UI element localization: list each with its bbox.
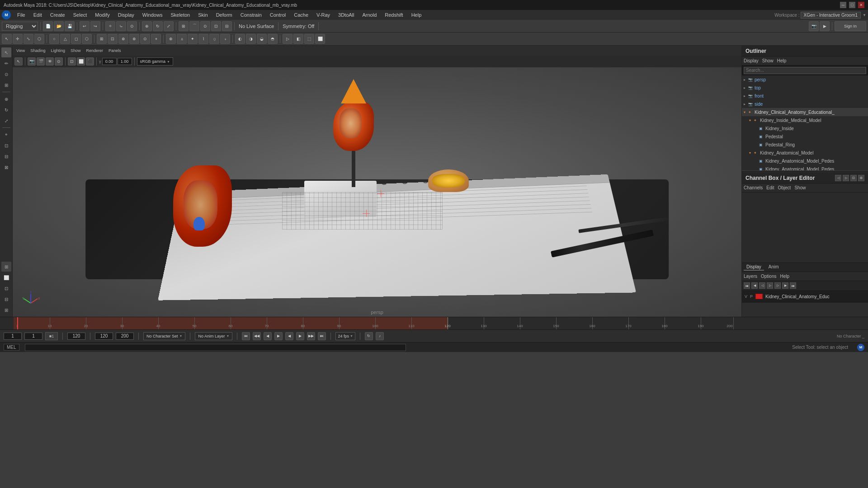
menu-3dtoall[interactable]: 3DtoAll [335,11,358,19]
rig5-button[interactable]: ⍜ [209,34,219,44]
play-forward-btn[interactable]: ▶ [274,332,283,340]
viewport-view-menu[interactable]: View [14,48,27,53]
layout-button[interactable]: ⊞ [1,80,11,90]
anim4-button[interactable]: ◓ [268,34,278,44]
3d-viewport[interactable]: persp X Y Z [13,67,741,317]
outliner-show-menu[interactable]: Show [762,58,774,63]
outliner-pedestal[interactable]: ▣ Pedestal [742,132,868,141]
render3-button[interactable]: ⬚ [304,34,314,44]
outliner-pedestal-ring[interactable]: ▣ Pedestal_Ring [742,141,868,149]
menu-edit[interactable]: Edit [30,11,46,19]
timeline[interactable]: 1 10 20 30 40 50 60 70 80 90 100 110 120… [0,317,868,329]
rotate-tool-button[interactable]: ↻ [153,21,163,31]
paint-select-button[interactable]: ⊙ [127,21,137,31]
transform-button[interactable]: ✛ [13,34,23,44]
panel-layout2-button[interactable]: ⊞ [1,305,11,315]
rig4-button[interactable]: ⌇ [198,34,208,44]
end-frame-input[interactable] [95,333,113,340]
menu-windows[interactable]: Windows [139,11,166,19]
snap4-button[interactable]: ⊠ [1,162,11,172]
snap3-button[interactable]: ⊟ [1,151,11,161]
mel-input[interactable] [25,344,406,351]
menu-redshift[interactable]: Redshift [381,11,406,19]
script-mode-indicator[interactable]: MEL [4,344,19,351]
vp-camera2-button[interactable]: 🎬 [37,57,45,66]
channel-box-btn1[interactable]: ◁ [835,175,841,181]
prev-frame-btn[interactable]: ◁ [759,282,765,289]
camera-button[interactable]: 📷 [809,21,819,31]
prev-key-transport-btn[interactable]: ◀◀ [253,332,261,340]
viewport-lighting-menu[interactable]: Lighting [49,48,67,53]
edit-menu[interactable]: Edit [766,185,774,190]
outliner-search-input[interactable] [744,67,866,74]
tool6-button[interactable]: ⌖ [151,34,161,44]
menu-skeleton[interactable]: Skeleton [167,11,193,19]
component2-button[interactable]: ◻ [71,34,81,44]
next-frame-btn[interactable]: ▷ [774,282,781,289]
universal-manip-button[interactable]: ⬡ [34,34,44,44]
scale2-button[interactable]: ⤡ [24,34,33,44]
snap1-button[interactable]: ⌖ [1,130,11,140]
vp-smooth-button[interactable]: ⬜ [77,57,85,66]
skip-start-transport-btn[interactable]: ⏮ [242,332,250,340]
mode-dropdown[interactable]: Rigging [2,22,38,31]
single-view-button[interactable]: ⬜ [1,272,11,282]
outliner-inside-model[interactable]: ▾ ✦ Kidney_Inside_Medical_Model [742,116,868,124]
outliner-root-group[interactable]: ▾ ✦ Kidney_Clinical_Anatomy_Educational_ [742,108,868,116]
snap-view-button[interactable]: ⊟ [222,21,232,31]
channel-box-btn3[interactable]: ⊡ [850,175,857,181]
scale-left-button[interactable]: ⤢ [1,116,11,126]
sculpt-button[interactable]: ⊙ [1,69,11,79]
fps-dropdown[interactable]: 24 fps ▼ [335,332,355,340]
outliner-anat-pedes1[interactable]: ▣ Kidney_Anatomical_Model_Pedes [742,157,868,165]
menu-create[interactable]: Create [47,11,69,19]
rig3-button[interactable]: ✦ [188,34,198,44]
range-end-input[interactable] [67,333,85,340]
object-menu[interactable]: Object [778,185,791,190]
outliner-front[interactable]: ▸ 📷 front [742,92,868,100]
vp-camera3-button[interactable]: 👁 [46,57,54,66]
render1-button[interactable]: ▷ [283,34,292,44]
options-menu[interactable]: Options [761,274,776,279]
tool1-button[interactable]: ⊞ [97,34,107,44]
move-tool-button[interactable]: ⊕ [142,21,152,31]
vp-texture-button[interactable]: ⬛ [86,57,94,66]
lasso-select-button[interactable]: ⤿ [116,21,126,31]
menu-help[interactable]: Help [408,11,425,19]
show-menu[interactable]: Show [794,185,806,190]
colorspace-dropdown[interactable]: sRGB gamma ▼ [137,57,173,66]
menu-vray[interactable]: V-Ray [313,11,334,19]
skip-end-btn[interactable]: ⏭ [790,282,796,289]
tool2-button[interactable]: ⊡ [108,34,118,44]
vp-camera4-button[interactable]: ⊙ [55,57,63,66]
workspace-chevron[interactable]: ▼ [863,13,866,17]
menu-select[interactable]: Select [70,11,91,19]
select-transform-button[interactable]: ↖ [2,34,12,44]
tool5-button[interactable]: ⊙ [140,34,150,44]
outliner-tree[interactable]: ▸ 📷 persp ▸ 📷 top ▸ 📷 front ▸ 📷 side [742,75,868,170]
anim2-button[interactable]: ◑ [246,34,256,44]
no-character-dropdown[interactable]: No Character Set ▼ [143,332,185,340]
prev-key-btn[interactable]: ◀ [751,282,758,289]
next-key-btn[interactable]: ▶ [782,282,788,289]
outliner-display-menu[interactable]: Display [744,58,759,63]
snap-surface-button[interactable]: ⊡ [211,21,221,31]
viewport-shading-menu[interactable]: Shading [28,48,47,53]
channel-box-btn2[interactable]: ▷ [843,175,849,181]
snap-point-button[interactable]: ⊙ [200,21,210,31]
outliner-top[interactable]: ▸ 📷 top [742,84,868,92]
play-btn[interactable]: ▷ [767,282,773,289]
render4-button[interactable]: ⬜ [315,34,325,44]
quad-view-button[interactable]: ⊞ [1,262,11,272]
play-backward-btn[interactable]: ◀ [285,332,293,340]
maximize-button[interactable]: □ [849,2,855,8]
outliner-side[interactable]: ▸ 📷 side [742,100,868,108]
new-scene-button[interactable]: 📄 [43,21,53,31]
layer-row[interactable]: V P Kidney_Clinical_Anatomy_Educ [742,290,868,303]
render-button[interactable]: ▶ [820,21,830,31]
anim1-button[interactable]: ◐ [235,34,245,44]
paint-button[interactable]: ✏ [1,58,11,68]
viewport-renderer-menu[interactable]: Renderer [84,48,105,53]
close-button[interactable]: ✕ [858,2,864,8]
tool4-button[interactable]: ⊗ [129,34,139,44]
